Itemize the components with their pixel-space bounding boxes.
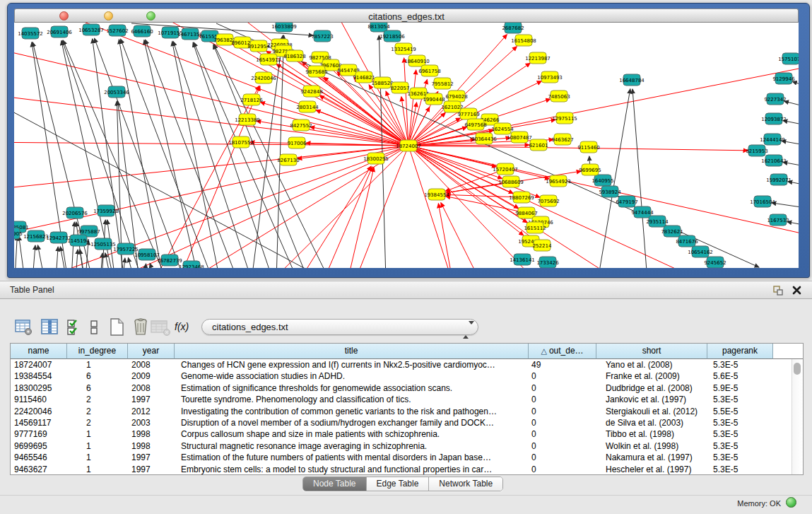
graph-node[interactable]: 1990448: [423, 93, 445, 105]
graph-edge[interactable]: [76, 250, 78, 268]
graph-node[interactable]: 8267130: [277, 154, 299, 165]
graph-node[interactable]: 6961758: [418, 65, 440, 76]
table-cell[interactable]: Hescheler et al. (1997): [596, 464, 707, 475]
table-cell[interactable]: 1997: [128, 394, 175, 405]
graph-node[interactable]: 9242848: [300, 86, 322, 97]
table-row[interactable]: 969969511998Structural magnetic resonanc…: [11, 440, 803, 452]
select-all-icon[interactable]: [66, 317, 83, 337]
graph-node[interactable]: 20053346: [104, 86, 129, 98]
graph-node[interactable]: 12444149: [760, 134, 785, 145]
graph-node[interactable]: 7485063: [548, 90, 570, 102]
graph-node[interactable]: 2803144: [296, 101, 319, 112]
graph-node[interactable]: 1145194: [67, 235, 90, 246]
table-cell[interactable]: 19384554: [11, 370, 67, 382]
graph-node[interactable]: 6479197: [616, 196, 637, 207]
table-cell[interactable]: 5.3E-5: [707, 359, 773, 370]
table-cell[interactable]: 2: [67, 406, 128, 417]
graph-node[interactable]: 6794028: [445, 90, 467, 102]
graph-edge[interactable]: [441, 203, 481, 268]
graph-node[interactable]: 12093872: [761, 113, 787, 124]
graph-edge[interactable]: [369, 85, 408, 146]
table-cell[interactable]: 49: [529, 359, 596, 370]
graph-edge[interactable]: [438, 204, 453, 268]
scrollbar-thumb[interactable]: [794, 363, 801, 375]
graph-edge[interactable]: [772, 203, 799, 210]
graph-node[interactable]: 9875685: [305, 66, 327, 77]
graph-node[interactable]: 16210643: [761, 155, 787, 166]
graph-edge[interactable]: [408, 146, 540, 197]
table-cell[interactable]: 0: [529, 452, 596, 463]
tab-network-table[interactable]: Network Table: [429, 477, 502, 491]
table-cell[interactable]: 9463627: [11, 464, 67, 475]
graph-edge[interactable]: [14, 146, 408, 241]
graph-node[interactable]: 1527602: [106, 25, 128, 36]
graph-node[interactable]: 12975115: [552, 112, 577, 124]
graph-node[interactable]: 16154808: [511, 35, 536, 46]
column-header-year[interactable]: year: [128, 344, 175, 359]
table-cell[interactable]: 2008: [128, 382, 175, 394]
table-cell[interactable]: Investigating the contribution of common…: [175, 406, 529, 417]
graph-node[interactable]: 8186328: [283, 50, 305, 62]
graph-node[interactable]: 10653287: [78, 24, 104, 35]
graph-node[interactable]: 7955812: [431, 78, 453, 89]
graph-node[interactable]: 9463627: [551, 134, 573, 145]
graph-edge[interactable]: [19, 236, 25, 268]
graph-node[interactable]: 2935114: [646, 216, 669, 227]
table-cell[interactable]: 1: [67, 464, 128, 475]
table-cell[interactable]: 1: [67, 452, 128, 463]
graph-node[interactable]: 5938924: [599, 186, 621, 197]
graph-node[interactable]: 9227342: [764, 93, 786, 105]
graph-node[interactable]: 22420046: [251, 72, 276, 83]
table-cell[interactable]: Tourette syndrome. Phenomenology and cla…: [175, 394, 529, 405]
graph-edge[interactable]: [62, 40, 142, 268]
graph-node[interactable]: 16648784: [619, 74, 645, 86]
graph-node[interactable]: 12213389: [235, 114, 260, 125]
table-cell[interactable]: Tibbo et al. (1998): [596, 428, 707, 440]
graph-node[interactable]: 8427552: [290, 119, 312, 131]
table-row[interactable]: 2242004622012Investigating the contribut…: [11, 406, 803, 417]
graph-node[interactable]: 15992071: [766, 174, 792, 185]
graph-node[interactable]: 1624554: [491, 123, 514, 134]
table-cell[interactable]: 0: [529, 382, 596, 394]
graph-node[interactable]: 252214: [533, 240, 552, 251]
graph-node[interactable]: 18107552: [228, 136, 254, 148]
table-cell[interactable]: 5.5E-5: [707, 406, 773, 417]
graph-node[interactable]: 1733426: [536, 257, 559, 268]
graph-edge[interactable]: [153, 86, 259, 268]
table-cell[interactable]: 1997: [128, 452, 175, 463]
network-canvas[interactable]: 1403557220691406106532871527602646616010…: [14, 23, 799, 268]
column-header-pagerank[interactable]: pagerank: [707, 344, 773, 359]
graph-node[interactable]: 9129946: [772, 73, 795, 84]
graph-node[interactable]: 7075692: [537, 195, 559, 206]
column-header-out_de[interactable]: △out_de…: [529, 344, 596, 359]
column-header-title[interactable]: title: [175, 344, 529, 359]
table-cell[interactable]: Genome-wide association studies in ADHD.: [175, 370, 529, 382]
table-cell[interactable]: 18300295: [11, 382, 67, 394]
graph-edge[interactable]: [29, 146, 408, 268]
delete-icon[interactable]: [131, 317, 151, 337]
memory-ok-indicator-icon[interactable]: [786, 497, 796, 508]
table-cell[interactable]: Disruption of a novel member of a sodium…: [175, 417, 529, 428]
table-cell[interactable]: Structural magnetic resonance image aver…: [175, 440, 529, 452]
graph-edge[interactable]: [298, 166, 371, 268]
table-cell[interactable]: 0: [529, 370, 596, 382]
graph-node[interactable]: 1167533: [767, 214, 789, 226]
tab-node-table[interactable]: Node Table: [303, 477, 367, 491]
graph-node[interactable]: 14035572: [18, 28, 43, 39]
graph-node[interactable]: 621601: [529, 139, 548, 151]
close-panel-icon[interactable]: [792, 285, 802, 296]
table-cell[interactable]: 2008: [128, 359, 175, 370]
graph-edge[interactable]: [408, 64, 799, 146]
table-cell[interactable]: 1: [67, 359, 128, 370]
graph-node[interactable]: 1615112: [524, 222, 546, 233]
graph-edge[interactable]: [100, 253, 102, 268]
table-cell[interactable]: 9115460: [11, 394, 67, 405]
table-vertical-scrollbar[interactable]: [792, 359, 802, 474]
graph-edge[interactable]: [408, 146, 707, 268]
float-panel-icon[interactable]: [772, 285, 784, 296]
graph-node[interactable]: 6466160: [131, 25, 153, 37]
graph-node[interactable]: 12505135: [90, 238, 116, 250]
table-cell[interactable]: Jankovic et al. (1997): [596, 394, 707, 405]
graph-node[interactable]: 10688609: [498, 176, 524, 187]
table-cell[interactable]: 0: [529, 464, 596, 475]
